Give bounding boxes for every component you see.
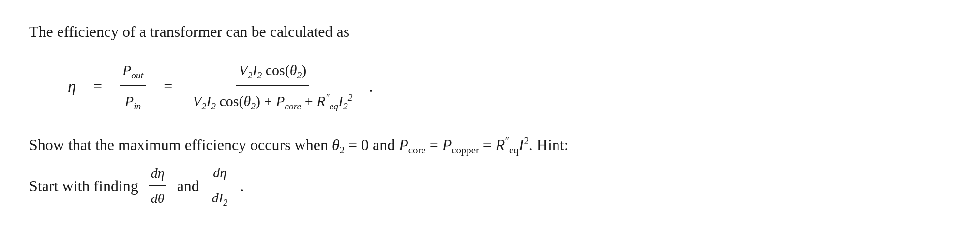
i2-sub-den: 2 <box>211 101 216 111</box>
i-sq-show: 2 <box>524 135 528 146</box>
i2-sub-sq: 2 <box>343 101 348 111</box>
deta-num: dη <box>149 163 166 186</box>
end-period: . <box>240 174 244 198</box>
theta2-sub-num: 2 <box>297 70 302 80</box>
i-show: I <box>519 136 524 153</box>
req-den: R <box>317 93 325 109</box>
pcopper-sub-show: copper <box>452 144 479 155</box>
show-prefix: Show that the maximum efficiency occurs … <box>29 136 332 153</box>
pcopper-show: P <box>442 136 452 153</box>
v2-sub-den: 2 <box>202 101 207 111</box>
req-eq-sub: eq <box>330 101 338 111</box>
in-subscript: in <box>134 101 141 111</box>
plus2-den: + <box>305 93 317 109</box>
p-in-symbol: P <box>125 93 134 109</box>
cos-num: cos( <box>262 62 289 78</box>
i2-sq-den: I <box>338 93 343 109</box>
req-eq-sub-show: eq <box>509 144 519 155</box>
i2-sub-num: 2 <box>257 70 262 80</box>
pcore-sub-show: core <box>408 144 426 155</box>
pcore-sub-den: core <box>285 101 301 111</box>
and-text: and <box>177 174 199 198</box>
intro-text: The efficiency of a transformer can be c… <box>29 19 951 44</box>
cos-den: cos( <box>216 93 243 109</box>
formula-block: η = Pout Pin = V2I2 cos(θ2) V2I2 cos(θ2)… <box>68 59 951 114</box>
pout-numerator: Pout <box>120 59 146 86</box>
theta2-show: θ <box>332 136 340 153</box>
frac-deta-di2: dη dI2 <box>210 162 229 210</box>
show-eq-req: = <box>479 136 496 153</box>
out-subscript: out <box>131 70 143 80</box>
show-text-block: Show that the maximum efficiency occurs … <box>29 132 951 159</box>
show-eq-pcopper: = <box>426 136 442 153</box>
pin-denominator: Pin <box>122 88 144 114</box>
dtheta-den: dθ <box>149 187 166 210</box>
eta-symbol: η <box>68 73 76 99</box>
v2-num: V <box>239 62 247 78</box>
i2-num: I <box>253 62 257 78</box>
plus1-den: + <box>264 93 276 109</box>
req-dbl-prime: ″ <box>325 92 329 103</box>
v2-den: V <box>193 93 201 109</box>
theta2-num: θ <box>290 62 297 78</box>
theta2-den: θ <box>244 93 251 109</box>
big-fraction: V2I2 cos(θ2) V2I2 cos(θ2) + Pcore + R″eq… <box>190 59 355 114</box>
v2-sub-num: 2 <box>248 70 253 80</box>
theta2-sub-den: 2 <box>251 101 256 111</box>
pcore-show: P <box>399 136 408 153</box>
deta-num-2: dη <box>211 162 228 185</box>
req-dbl-prime-show: ″ <box>505 135 509 146</box>
show-eq0: = 0 and <box>345 136 399 153</box>
sq-sup: 2 <box>348 92 353 103</box>
equals-1: = <box>93 74 102 99</box>
big-denominator: V2I2 cos(θ2) + Pcore + R″eqI22 <box>190 88 355 114</box>
period-1: . <box>369 74 373 99</box>
frac-deta-dtheta: dη dθ <box>149 163 166 210</box>
paren-num: ) <box>302 62 306 78</box>
paren-den: ) <box>256 93 260 109</box>
i2-den: I <box>206 93 211 109</box>
equals-2: = <box>164 74 172 99</box>
start-text-block: Start with finding dη dθ and dη dI2 . <box>29 162 951 210</box>
big-numerator: V2I2 cos(θ2) <box>236 59 309 86</box>
fraction-pout-pin: Pout Pin <box>120 59 146 114</box>
pcore-den: P <box>276 93 285 109</box>
req-show: R <box>496 136 505 153</box>
theta2-sub-show: 2 <box>340 144 345 155</box>
main-content: The efficiency of a transformer can be c… <box>29 19 951 210</box>
intro-label: The efficiency of a transformer can be c… <box>29 23 349 40</box>
di2-den: dI2 <box>210 186 229 210</box>
hint-text: Hint: <box>533 136 569 153</box>
start-prefix: Start with finding <box>29 174 138 198</box>
p-out-symbol: P <box>122 62 131 78</box>
show-period: . <box>529 136 533 153</box>
